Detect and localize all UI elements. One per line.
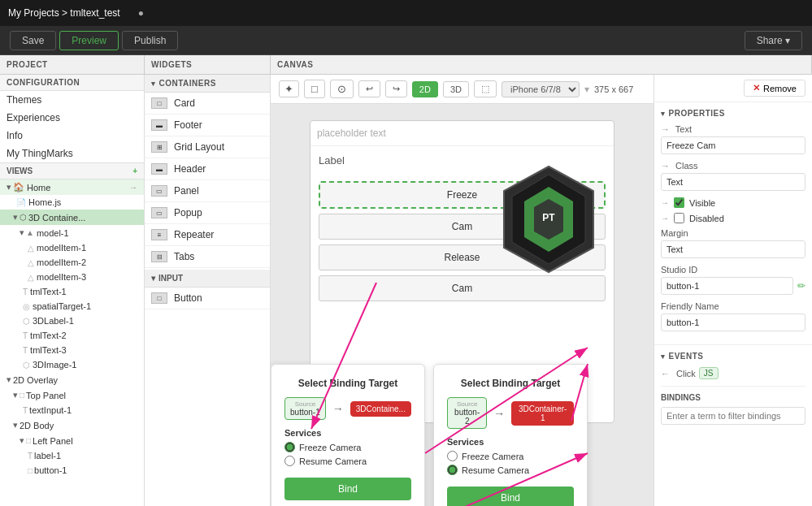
label-icon: T	[28, 452, 33, 461]
widget-label: Card	[174, 97, 195, 109]
edit-studio-id-icon[interactable]: ✏	[797, 280, 805, 292]
repeater-icon: ≡	[151, 229, 167, 240]
mythingmarks-item[interactable]: My ThingMarks	[0, 145, 144, 162]
label-icon: ⬡	[23, 317, 30, 326]
modelitem-icon: △	[28, 244, 34, 253]
popup-icon: ▭	[151, 207, 167, 218]
tree-item-label: tmlText-2	[30, 331, 67, 340]
tree-item-tmltext3[interactable]: T tmlText-3	[0, 343, 144, 357]
tree-item-button1[interactable]: □ button-1	[0, 463, 144, 478]
freeze-camera-option-1[interactable]: Freeze Camera	[284, 442, 411, 452]
widget-tabs[interactable]: ⊟ Tabs	[145, 246, 270, 268]
class-input[interactable]	[661, 173, 805, 191]
tree-item-toppanel[interactable]: ▾ □ Top Panel	[0, 387, 144, 403]
services-2: Services Freeze Camera Resume Camera	[447, 437, 574, 475]
undo-tool[interactable]: ↩	[358, 80, 380, 97]
collapse-arrow[interactable]: ▾	[151, 80, 156, 88]
tree-item-modelitem3[interactable]: △ modelItem-3	[0, 270, 144, 284]
collapse-events-arrow[interactable]: ▾	[661, 352, 666, 361]
click-js-tag[interactable]: JS	[699, 367, 719, 379]
tree-item-2doverlay[interactable]: ▾ 2D Overlay	[0, 372, 144, 387]
views-label: VIEWS	[7, 167, 33, 175]
visible-checkbox[interactable]	[674, 197, 684, 208]
tree-item-label: modelItem-1	[37, 243, 86, 253]
themes-item[interactable]: Themes	[0, 91, 144, 109]
preview-button[interactable]: Preview	[59, 31, 119, 50]
widget-gridlayout[interactable]: ⊞ Grid Layout	[145, 136, 270, 158]
device-selector[interactable]: iPhone 6/7/8	[502, 81, 580, 97]
add-view-icon[interactable]: +	[132, 167, 137, 175]
disabled-prop: → Disabled	[661, 213, 805, 223]
text-icon: T	[23, 331, 28, 340]
text-icon: T	[23, 288, 28, 296]
events-section: ▾ EVENTS ← Click JS BINDINGS	[654, 345, 812, 436]
tree-item-label: Top Panel	[26, 391, 66, 400]
tree-item-tmltext1[interactable]: T tmlText-1	[0, 284, 144, 299]
model-icon: ▲	[26, 228, 34, 237]
text-label: Text	[675, 124, 692, 134]
studio-id-input[interactable]	[661, 277, 793, 295]
bind-button-2[interactable]: Bind	[447, 487, 574, 506]
text-input[interactable]	[661, 136, 805, 154]
tree-item-3dimage[interactable]: ⬡ 3DImage-1	[0, 357, 144, 372]
rect-tool[interactable]: □	[304, 80, 325, 98]
widget-card[interactable]: □ Card	[145, 93, 270, 115]
collapse-props-arrow[interactable]: ▾	[661, 110, 666, 118]
info-item[interactable]: Info	[0, 127, 144, 145]
widget-footer[interactable]: ▬ Footer	[145, 115, 270, 136]
friendly-name-input[interactable]	[661, 314, 805, 331]
redo-tool[interactable]: ↪	[385, 80, 407, 97]
arrow-icon: ▾	[13, 420, 18, 430]
cursor-tool[interactable]: ✦	[279, 80, 299, 97]
disabled-label: Disabled	[689, 214, 724, 223]
shape-tool[interactable]: ⊙	[330, 80, 354, 98]
tree-item-label1[interactable]: T label-1	[0, 448, 144, 463]
resume-camera-option-2[interactable]: Resume Camera	[447, 465, 574, 475]
modal-2-flow: Source button-2 → 3DContainer-1	[447, 397, 574, 429]
freeze-camera-option-2[interactable]: Freeze Camera	[447, 451, 574, 461]
2d-mode[interactable]: 2D	[412, 81, 438, 97]
text-arrow-icon: →	[661, 124, 670, 134]
tree-item-3dcontainer[interactable]: ▾ ⬡ 3D Containe...	[0, 210, 144, 225]
experiences-item[interactable]: Experiences	[0, 109, 144, 127]
events-header-label: EVENTS	[669, 352, 704, 361]
bindings-filter-input[interactable]	[661, 407, 805, 425]
tree-item-3dlabel[interactable]: ⬡ 3DLabel-1	[0, 314, 144, 328]
widget-header[interactable]: ▬ Header	[145, 158, 270, 180]
visible-prop: → Visible	[661, 197, 805, 208]
disabled-checkbox[interactable]	[674, 213, 684, 223]
tree-item-tmltext2[interactable]: T tmlText-2	[0, 328, 144, 343]
tree-item-modelitem1[interactable]: △ modelItem-1	[0, 240, 144, 255]
tree-item-leftpanel[interactable]: ▾ □ Left Panel	[0, 433, 144, 448]
tabs-icon: ⊟	[151, 251, 167, 262]
margin-prop: Margin	[661, 228, 805, 258]
3d-mode[interactable]: 3D	[443, 81, 469, 97]
widget-repeater[interactable]: ≡ Repeater	[145, 224, 270, 246]
class-label: Class	[675, 161, 698, 171]
class-arrow-icon: →	[661, 161, 670, 171]
share-button[interactable]: Share ▾	[745, 31, 802, 50]
tree-item-home[interactable]: ▾ 🏠 Home →	[0, 179, 144, 195]
widget-button[interactable]: □ Button	[145, 288, 270, 309]
flow-arrow-1: →	[332, 402, 344, 415]
cam-button-2[interactable]: Cam	[319, 275, 606, 301]
preview-mode[interactable]: ⬚	[474, 80, 497, 97]
widget-popup[interactable]: ▭ Popup	[145, 202, 270, 224]
tree-item-2dbody[interactable]: ▾ 2D Body	[0, 417, 144, 433]
remove-button[interactable]: ✕ Remove	[744, 80, 805, 97]
widget-panel[interactable]: ▭ Panel	[145, 180, 270, 202]
arrow-icon: ▾	[7, 374, 11, 385]
tree-item-spatialtarget[interactable]: ◎ spatialTarget-1	[0, 299, 144, 314]
margin-input[interactable]	[661, 240, 805, 258]
publish-button[interactable]: Publish	[122, 31, 178, 50]
save-button[interactable]: Save	[10, 31, 56, 50]
collapse-arrow[interactable]: ▾	[151, 274, 155, 283]
tree-item-homejs[interactable]: 📄 Home.js	[0, 195, 144, 210]
tree-item-model1[interactable]: ▾ ▲ model-1	[0, 225, 144, 240]
tree-item-modelitem2[interactable]: △ modelItem-2	[0, 255, 144, 270]
bind-button-1[interactable]: Bind	[284, 478, 411, 500]
tree-item-textinput1[interactable]: T textInput-1	[0, 403, 144, 417]
resume-camera-option-1[interactable]: Resume Camera	[284, 456, 411, 466]
topbar-close[interactable]: ●	[138, 7, 144, 19]
panel-icon: ▭	[151, 185, 167, 197]
